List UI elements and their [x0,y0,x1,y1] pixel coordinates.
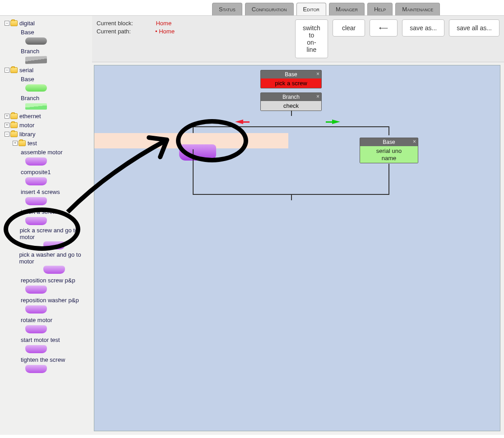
thumb-purple[interactable] [25,197,47,205]
arrow-left-icon [235,120,243,124]
tree-label: library [18,131,35,138]
connector-line [193,126,389,127]
editor-canvas[interactable]: Base × pick a screw Branch × check [94,65,500,431]
thumb-branch-green[interactable] [25,103,47,110]
collapse-icon[interactable]: − [5,68,9,73]
tree-item-start-motor-test[interactable]: start motor test [2,335,90,344]
thumb-purple[interactable] [43,241,65,249]
expand-icon[interactable]: + [5,123,9,128]
tab-editor[interactable]: Editor [296,3,327,15]
node-header: Base × [360,138,418,146]
thumb-purple[interactable] [25,345,47,353]
tab-bar: Status Configuration Editor Manager Help… [0,0,504,15]
close-icon[interactable]: × [413,138,416,145]
close-icon[interactable]: × [316,71,319,77]
tree-item-pick-screw-go-motor[interactable]: pick a screw and go to motor [2,227,90,240]
current-path-label: Current path: [97,28,131,35]
collapse-icon[interactable]: − [5,132,9,137]
thumb-purple[interactable] [25,177,47,185]
tree-label: insert a screw [20,208,57,215]
tree-item-insert-4-screws[interactable]: insert 4 screws [2,187,90,196]
tab-configuration[interactable]: Configuration [245,3,294,15]
tree-node-ethernet[interactable]: + ethernet [2,111,90,120]
node-header: Base × [261,70,321,78]
tree-node-serial[interactable]: − serial [2,65,90,74]
tree-item-serial-branch[interactable]: Branch [2,93,90,102]
tree-item-insert-a-screw[interactable]: insert a screw [2,207,90,216]
thumb-purple[interactable] [25,365,47,373]
tree-node-test[interactable]: + test [2,138,90,148]
save-as-button[interactable]: save as... [402,19,444,37]
node-title: Base [285,71,297,78]
tree-item-reposition-screw[interactable]: reposition screw p&p [2,276,90,285]
tree-label: Base [20,29,34,36]
tree-label: Branch [20,48,39,55]
current-block-value: Home [156,20,171,27]
connector-line [388,164,389,194]
expand-icon[interactable]: + [13,141,18,146]
node-body: serial uno name [360,146,418,163]
tree-node-digital[interactable]: − digital [2,18,90,28]
arrow-right-icon [332,120,340,124]
node-title: Branch [282,94,300,100]
tree-label: reposition screw p&p [20,277,75,284]
switch-online-button[interactable]: switch to on-line [295,19,328,58]
thumb-purple[interactable] [43,266,65,274]
tree-item-pick-washer-go-motor[interactable]: pick a washer and go to motor [2,251,90,265]
tree-item-rotate-motor[interactable]: rotate motor [2,315,90,324]
tree-label: assemble motor [20,149,62,156]
back-button[interactable]: ⟵ [370,19,398,37]
thumb-purple[interactable] [25,157,47,166]
tree-label: composite1 [20,169,51,175]
thumb-purple[interactable] [25,286,47,294]
close-icon[interactable]: × [316,93,319,100]
tree-label: serial [18,67,33,74]
thumb-purple[interactable] [25,305,47,314]
connector-line [291,111,292,116]
tree-item-serial-base[interactable]: Base [2,74,90,83]
connector-line [388,126,389,135]
folder-icon [10,131,18,137]
tab-manager[interactable]: Manager [329,3,365,15]
node-header: Branch × [261,93,321,101]
node-base-serial-uno[interactable]: Base × serial uno name [360,138,418,163]
current-path-value[interactable]: Home [159,28,175,35]
tab-status[interactable]: Status [212,3,242,15]
dragged-block[interactable] [179,144,216,161]
node-line: name [362,155,416,162]
tree-item-digital-base[interactable]: Base [2,28,90,37]
collapse-icon[interactable]: − [5,21,9,26]
current-path-bullet: • [155,28,159,35]
node-base-pick-screw[interactable]: Base × pick a screw [260,70,322,88]
tree-node-motor[interactable]: + motor [2,120,90,129]
thumb-base-green[interactable] [25,84,47,92]
node-body: pick a screw [261,78,321,88]
expand-icon[interactable]: + [5,114,9,119]
thumb-purple[interactable] [25,217,47,225]
connector-line [291,194,292,200]
folder-icon [10,20,18,26]
save-all-as-button[interactable]: save all as... [449,19,499,37]
folder-icon [10,113,18,119]
tree-item-tighten-screw[interactable]: tighten the screw [2,355,90,364]
tree-item-digital-branch[interactable]: Branch [2,46,90,55]
tree-label: pick a washer and go to motor [18,251,90,265]
thumb-purple[interactable] [25,325,47,333]
node-branch-check[interactable]: Branch × check [260,92,322,111]
tab-maintenance[interactable]: Maintenance [395,3,440,15]
tree-node-library[interactable]: − library [2,129,90,138]
tree-item-composite1[interactable]: composite1 [2,167,90,176]
tree-label: insert 4 screws [20,189,60,195]
tab-help[interactable]: Help [367,3,393,15]
thumb-base-gray[interactable] [25,37,47,45]
tree-item-reposition-washer[interactable]: reposition washer p&p [2,295,90,304]
tree-label: digital [18,20,35,27]
clear-button[interactable]: clear [333,19,365,37]
folder-icon [10,67,18,73]
thumb-branch-gray[interactable] [25,56,47,64]
tree-label: pick a screw and go to motor [19,227,90,240]
tree-label: start motor test [20,337,60,343]
node-body: check [261,101,321,111]
node-title: Base [383,139,395,145]
tree-item-assemble-motor[interactable]: assemble motor [2,148,90,157]
